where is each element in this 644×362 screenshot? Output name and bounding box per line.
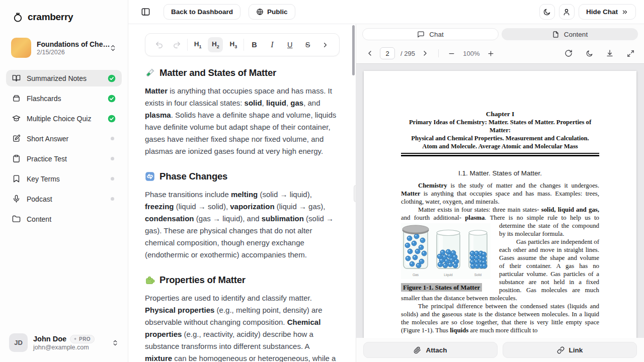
sidebar-item-key-terms[interactable]: Key Terms [6, 170, 122, 187]
download-button[interactable] [604, 48, 615, 59]
app-title: cramberry [28, 12, 73, 23]
user-icon [562, 8, 571, 16]
sidebar-item-label: Key Terms [27, 175, 105, 183]
editor-paragraph: Matter is anything that occupies space a… [145, 85, 337, 157]
link-icon [557, 346, 565, 354]
clipboard-icon [12, 154, 21, 163]
pdf-dark-mode-button[interactable] [584, 48, 595, 59]
check-badge-icon [108, 74, 116, 82]
avatar: JD [9, 333, 28, 352]
pdf-body: Chemistry is the study of matter and the… [401, 182, 599, 334]
hide-chat-button[interactable]: Hide Chat [579, 4, 636, 20]
project-name: Foundations of Che… [37, 40, 104, 48]
pending-dot-badge [111, 177, 114, 180]
previous-page-button[interactable] [364, 48, 375, 59]
sidebar-item-label: Content [27, 215, 116, 223]
pdf-title-line: Atom and Molecule. Average Atomic and Mo… [401, 142, 599, 150]
solid-container-graphic: Solid [466, 228, 490, 279]
heading-1-button[interactable]: H1 [190, 37, 205, 52]
chevrons-right-icon [621, 9, 628, 16]
project-avatar [11, 38, 31, 58]
page-number-input[interactable] [380, 47, 395, 59]
project-date: 2/15/2026 [37, 49, 104, 56]
chevrons-up-down-icon [112, 339, 119, 346]
editor-scrollbar-thumb[interactable] [352, 25, 355, 75]
expand-icon [627, 50, 634, 57]
sidebar-toggle-button[interactable] [138, 5, 152, 19]
plus-icon [487, 50, 495, 57]
sidebar-item-multiple-choice-quiz[interactable]: Multiple Choice Quiz [6, 110, 122, 127]
rotate-cw-icon [565, 49, 573, 57]
sidebar-item-content[interactable]: Content [6, 211, 122, 227]
pending-dot-badge [111, 137, 114, 140]
sidebar-nav: Summarized NotesFlashcardsMultiple Choic… [0, 70, 128, 231]
user-name: John Doe [33, 335, 66, 343]
sidebar-item-podcast[interactable]: Podcast [6, 191, 122, 207]
pdf-title-line: Primary Ideas of Chemistry: Matter. Stat… [401, 118, 599, 134]
account-button[interactable] [559, 4, 575, 20]
book-open-icon [12, 74, 21, 82]
sidebar-item-label: Practice Test [27, 155, 105, 163]
project-selector[interactable]: Foundations of Che… 2/15/2026 [6, 35, 122, 61]
editor-paragraph: Properties are used to identify and clas… [145, 292, 337, 362]
italic-button[interactable]: I [265, 37, 280, 52]
back-to-dashboard-button[interactable]: Back to Dashboard [164, 4, 240, 20]
tab-content[interactable]: Content [502, 28, 638, 40]
puzzle-icon [145, 275, 155, 285]
pro-badge: PRO [70, 335, 95, 343]
gas-container-graphic: Gas [401, 224, 430, 279]
next-page-button[interactable] [420, 48, 431, 59]
app-root: cramberry Foundations of Che… 2/15/2026 … [0, 0, 644, 362]
figure-state-label: Gas [413, 271, 419, 279]
pdf-divider-rule [401, 153, 599, 156]
pdf-paragraph: The principal difference between the con… [401, 302, 599, 334]
fullscreen-button[interactable] [625, 48, 636, 59]
pdf-title-line: Physical and Chemical Properties. Measur… [401, 134, 599, 142]
user-menu[interactable]: JD John Doe PRO john@example.com [0, 326, 128, 362]
heading-3-button[interactable]: H3 [226, 37, 241, 52]
sidebar-item-short-answer[interactable]: Short Answer [6, 130, 122, 147]
bold-button[interactable]: B [247, 37, 262, 52]
paperclip-icon [414, 346, 421, 354]
sidebar-item-label: Multiple Choice Quiz [27, 115, 102, 123]
sidebar-item-practice-test[interactable]: Practice Test [6, 150, 122, 167]
repeat-icon [145, 171, 155, 182]
undo-button[interactable] [151, 37, 167, 52]
chevrons-up-down-icon [109, 44, 117, 52]
sidebar-item-label: Summarized Notes [27, 74, 102, 82]
sidebar-item-label: Podcast [27, 195, 105, 203]
strikethrough-button[interactable]: S [300, 37, 315, 52]
pdf-viewer[interactable]: Chapter I Primary Ideas of Chemistry: Ma… [356, 63, 644, 338]
bookmark-icon [12, 174, 21, 183]
link-button[interactable]: Link [503, 342, 637, 358]
editor-content[interactable]: Matter and States of MatterMatter is any… [128, 56, 356, 362]
attach-button[interactable]: Attach [363, 342, 498, 358]
sparkle-icon [73, 337, 77, 341]
tab-chat[interactable]: Chat [362, 28, 499, 40]
zoom-out-button[interactable] [446, 48, 457, 59]
redo-button[interactable] [169, 37, 184, 52]
states-of-matter-figure: Gas Liquid SolidFigure 1-1. States of Ma… [401, 223, 491, 292]
sidebar-item-summarized-notes[interactable]: Summarized Notes [6, 70, 122, 86]
pdf-toolbar: / 295 100% [356, 43, 644, 63]
more-formatting-button[interactable] [318, 37, 333, 52]
underline-button[interactable]: U [282, 37, 297, 52]
cramberry-logo-icon [12, 11, 24, 23]
pdf-title-lines: Primary Ideas of Chemistry: Matter. Stat… [401, 118, 599, 150]
pdf-section-heading: I.1. Matter. States of Matter. [401, 169, 599, 177]
editor-section-heading: Matter and States of Matter [145, 67, 337, 78]
pdf-paragraph: Chemistry is the study of matter and the… [401, 182, 599, 206]
dark-mode-toggle-button[interactable] [539, 4, 555, 20]
sidebar-item-flashcards[interactable]: Flashcards [6, 90, 122, 107]
moon-icon [543, 8, 551, 16]
figure-state-label: Liquid [444, 271, 452, 279]
pdf-chapter-heading: Chapter I [401, 110, 599, 118]
sidebar-item-label: Short Answer [27, 135, 105, 143]
heading-2-button[interactable]: H2 [208, 37, 223, 52]
editor-paragraph: Phase transitions include melting (solid… [145, 189, 337, 261]
public-button[interactable]: Public [249, 4, 295, 20]
moon-icon [586, 50, 593, 57]
zoom-in-button[interactable] [486, 48, 497, 59]
rotate-button[interactable] [563, 48, 574, 59]
chat-content-panel: Chat Content / 295 100% [356, 24, 644, 362]
